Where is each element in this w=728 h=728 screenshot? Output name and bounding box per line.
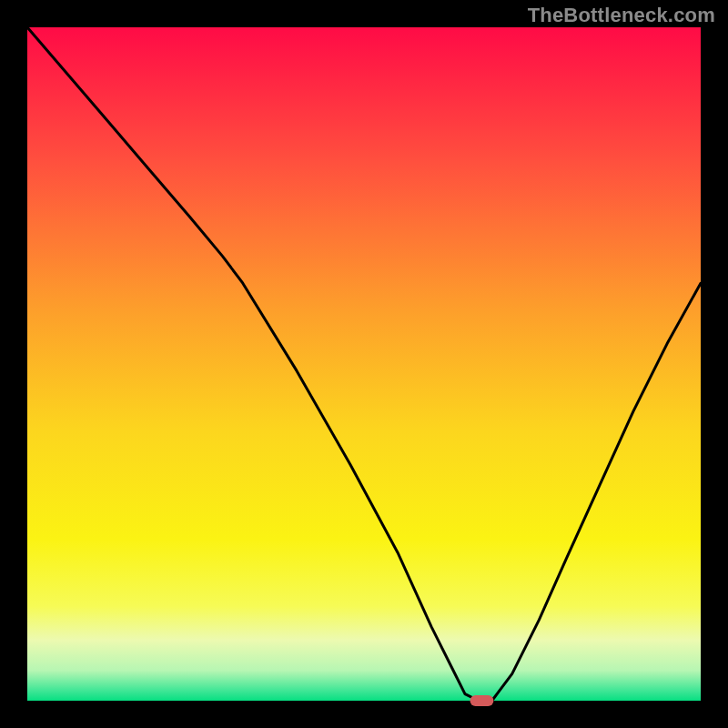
chart-container: TheBottleneck.com bbox=[0, 0, 728, 728]
optimal-marker bbox=[470, 695, 494, 706]
bottleneck-chart bbox=[0, 0, 728, 728]
watermark-text: TheBottleneck.com bbox=[528, 4, 715, 27]
gradient-background bbox=[27, 27, 701, 701]
